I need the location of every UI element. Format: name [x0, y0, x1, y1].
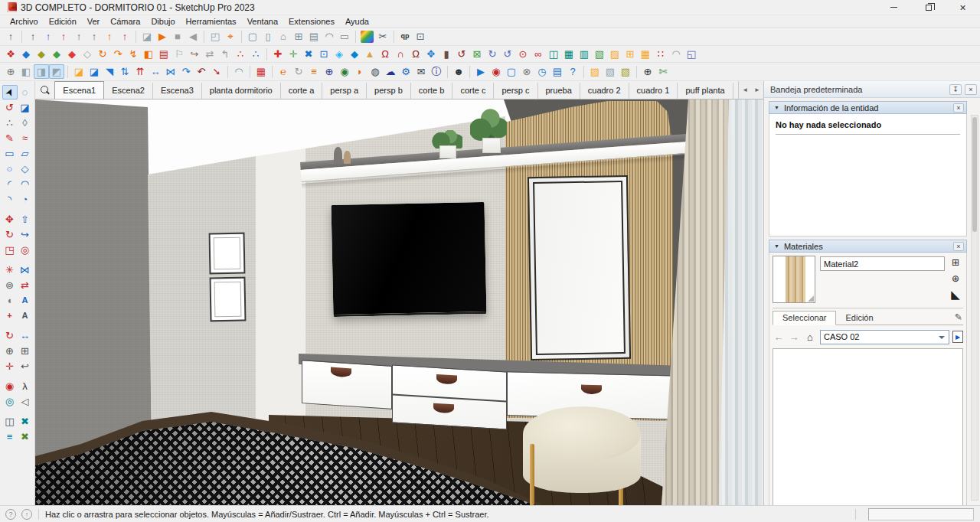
tab-scroll-right-icon[interactable]: ► [751, 86, 763, 93]
eraser-tool[interactable]: ◪ [18, 100, 33, 115]
tag-tool[interactable]: ◊ [18, 116, 33, 130]
move-all-icon[interactable]: ✥ [423, 47, 439, 61]
menu-item[interactable]: Herramientas [181, 17, 242, 26]
zoom-tool[interactable]: ⊕ [2, 344, 18, 358]
zoom-window-tool[interactable]: ⊞ [18, 344, 33, 358]
menu-item[interactable]: Cámara [105, 17, 145, 26]
scene-tab[interactable]: corte a [281, 83, 323, 99]
path-red-icon[interactable]: ∴ [233, 47, 248, 61]
component-dot-icon[interactable]: ⊙ [515, 47, 531, 61]
material-name-field[interactable] [820, 256, 945, 271]
drop-dark-icon[interactable]: ◆ [347, 47, 362, 61]
bowtie-icon[interactable]: ⋈ [163, 64, 178, 79]
scale-tool[interactable]: ◳ [2, 243, 18, 257]
tab-scroll-left-icon[interactable]: ◄ [739, 86, 751, 93]
tray-header[interactable]: Bandeja predeterminada ↧ × [764, 81, 980, 98]
scene-mirror[interactable] [528, 175, 631, 361]
select-region-icon[interactable]: ▢ [504, 64, 519, 79]
material-preview[interactable] [773, 256, 815, 303]
menu-item[interactable]: Edición [44, 17, 82, 26]
tab-edicion[interactable]: Edición [836, 312, 882, 325]
two-point-arc-tool[interactable]: ◠ [18, 177, 33, 191]
model-viewport[interactable] [35, 100, 763, 505]
back-arrow-icon[interactable]: ← [773, 331, 785, 343]
polygon-tool[interactable]: ◇ [18, 161, 33, 176]
previous-view-tool[interactable]: ↩ [18, 359, 33, 374]
layers-stack-tool[interactable]: ≡ [2, 429, 18, 444]
offset-tool[interactable]: ◎ [18, 243, 33, 257]
layer-up-orange-icon[interactable]: ↑ [102, 29, 117, 44]
flip-tool[interactable]: ⋈ [18, 263, 33, 277]
marker-icon[interactable]: ⌖ [223, 29, 238, 44]
info-circle-icon[interactable]: ⓘ [429, 64, 444, 79]
copy-array-tool[interactable]: ∴ [2, 116, 18, 130]
send-view-icon[interactable]: ◰ [207, 29, 223, 44]
fold-arrow-icon[interactable]: ↪ [187, 47, 202, 61]
horseshoe-icon[interactable]: Ω [377, 47, 393, 61]
layers-icon[interactable]: ≡ [306, 64, 322, 79]
push-pull-tool[interactable]: ⇧ [18, 212, 33, 227]
layer-up-green-icon[interactable]: ↑ [71, 29, 87, 44]
style-cube-2-icon[interactable]: ◨ [34, 64, 49, 79]
scene-tab[interactable]: cuadro 2 [580, 83, 629, 99]
play-scene-icon[interactable]: ▶ [155, 29, 170, 44]
cone-icon[interactable]: ▲ [362, 47, 377, 61]
corner-arrow-icon[interactable]: ↰ [217, 47, 233, 61]
close-button[interactable]: × [946, 0, 980, 15]
align-axes-tool[interactable]: ✳ [2, 263, 18, 277]
cross-green-icon[interactable]: ✛ [286, 47, 301, 61]
scene-plant-tall[interactable] [470, 109, 507, 141]
envelope-icon[interactable]: ✉ [413, 64, 429, 79]
cube-split-icon[interactable]: ◫ [546, 47, 561, 61]
export-up-icon[interactable]: ↑ [3, 29, 18, 44]
move-tool[interactable]: ✥ [2, 212, 18, 227]
curve-blue-icon[interactable]: ↷ [178, 64, 194, 79]
pan-tool[interactable]: ↔ [18, 328, 33, 343]
circle-plus-icon[interactable]: ⊕ [322, 64, 337, 79]
materials-list[interactable] [773, 348, 963, 512]
door-outline-icon[interactable]: ▤ [306, 29, 322, 44]
rotate-cw-icon[interactable]: ↻ [95, 47, 110, 61]
smart-eraser-tool[interactable]: ↺ [2, 100, 18, 115]
text-tool[interactable]: A [18, 293, 33, 308]
hide-rest-tool[interactable]: ✖ [18, 414, 33, 429]
style-cube-1-icon[interactable]: ◧ [18, 64, 34, 79]
cube-grid-icon[interactable]: ▦ [561, 47, 577, 61]
ribbon-arrow-icon[interactable]: ➘ [209, 64, 224, 79]
scene-tab[interactable]: puff frontal [733, 83, 739, 99]
look-around-tool[interactable]: ◎ [2, 394, 18, 409]
materials-close-icon[interactable]: × [953, 242, 964, 251]
horseshoe-open-icon[interactable]: ∩ [393, 47, 408, 61]
dimension-tool[interactable]: ⇄ [18, 278, 33, 292]
rotate-back-icon[interactable]: ↺ [454, 47, 469, 61]
line-tool[interactable]: ✎ [2, 131, 18, 145]
settings-gears-icon[interactable]: ⚙ [398, 64, 413, 79]
mountain-icon[interactable]: ◗ [352, 64, 368, 79]
callout-tool[interactable]: ◁ [18, 394, 33, 409]
cube-rows-icon[interactable]: ▥ [577, 47, 592, 61]
rectangle-tool[interactable]: ▭ [2, 146, 18, 161]
layer-up-black-icon[interactable]: ↑ [25, 29, 41, 44]
menu-item[interactable]: Ayuda [340, 17, 374, 26]
half-square-icon[interactable]: ◧ [141, 47, 156, 61]
diamond-green-icon[interactable]: ◆ [49, 47, 64, 61]
pinwheel-icon[interactable]: ❖ [3, 47, 18, 61]
cut-icon[interactable]: ✄ [655, 64, 671, 79]
scene-pot-small[interactable] [439, 145, 456, 158]
collection-dropdown[interactable]: CASO 02 [820, 330, 949, 344]
freehand-tool[interactable]: ≈ [18, 131, 33, 145]
grid-points-icon[interactable]: ⊡ [316, 47, 332, 61]
cube-diag-icon[interactable]: ▧ [592, 47, 607, 61]
scene-tab[interactable]: planta dormitorio [202, 83, 281, 99]
curve-red-icon[interactable]: ↶ [194, 64, 209, 79]
entity-info-header[interactable]: ▼ Información de la entidad × [769, 101, 967, 114]
cloud-upload-icon[interactable]: ☁ [383, 64, 398, 79]
menu-item[interactable]: Ver [82, 17, 106, 26]
qp-plugin-icon[interactable]: qp [397, 29, 413, 44]
style-cube-3-icon[interactable]: ◩ [49, 64, 64, 79]
eyedropper-icon[interactable]: ✐ [952, 313, 963, 321]
box-olive-icon[interactable]: ▧ [618, 64, 633, 79]
corner-flag-blue-icon[interactable]: ◪ [87, 64, 102, 79]
box-yellow-icon[interactable]: ▧ [587, 64, 603, 79]
pattern-ball-icon[interactable]: ◍ [368, 64, 383, 79]
